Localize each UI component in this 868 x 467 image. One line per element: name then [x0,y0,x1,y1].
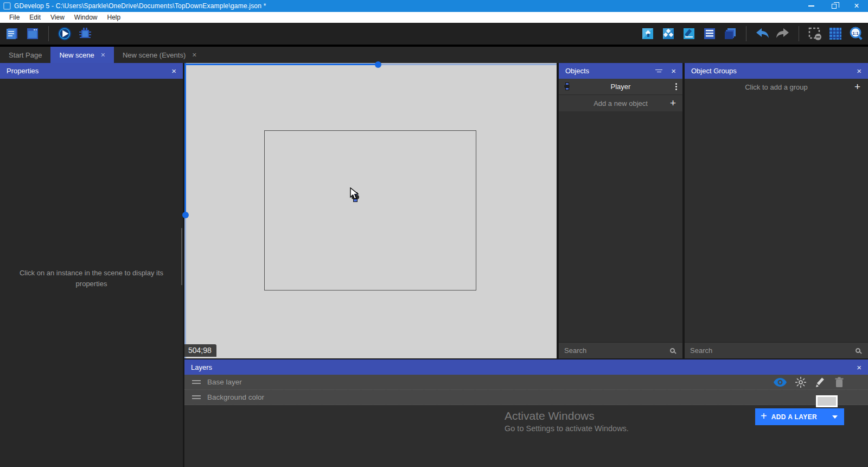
panel-title: Object Groups [691,67,737,75]
add-group-label: Click to add a group [685,83,868,91]
add-group-row[interactable]: Click to add a group + [685,79,868,95]
toolbar: 1:1 [0,23,868,47]
tab-close-icon[interactable]: × [192,51,196,59]
game-window-bounds [264,130,476,291]
filter-icon[interactable] [655,70,662,73]
window-title: GDevelop 5 - C:\Users\Sparkle\OneDrive\D… [14,2,266,10]
properties-panel-header: Properties × [0,63,183,79]
panel-title: Objects [565,67,589,75]
project-manager-icon[interactable] [4,26,20,41]
panel-title: Layers [191,363,212,371]
close-panel-icon[interactable]: × [857,363,861,372]
add-layer-dropdown[interactable] [826,408,844,425]
layers-panel: Layers × Base layer Background color [184,359,868,467]
add-object-label: Add a new object [559,99,682,108]
close-panel-icon[interactable]: × [171,66,176,75]
drag-handle-icon[interactable] [192,395,201,399]
objects-panel-icon[interactable] [640,26,655,41]
layers-panel-header: Layers × [184,359,868,375]
tab-new-scene-events[interactable]: New scene (Events) × [114,47,206,63]
tab-new-scene[interactable]: New scene × [50,47,114,63]
object-menu-icon[interactable] [675,83,677,90]
tab-close-icon[interactable]: × [101,51,105,59]
instances-list-panel-icon[interactable] [702,26,717,41]
layer-name: Background color [207,393,264,401]
svg-text:1:1: 1:1 [852,31,859,36]
mouse-cursor [349,187,361,203]
edit-layer-pencil-icon[interactable] [815,377,826,388]
tab-start-page[interactable]: Start Page [0,47,50,63]
search-icon [670,348,675,353]
toolbar-right: 1:1 [640,26,864,41]
minimize-button[interactable] [800,0,822,12]
panel-title: Properties [7,67,39,75]
properties-panel: Properties × Click on an instance in the… [0,63,183,467]
grid-icon[interactable] [828,26,843,41]
objects-search-input[interactable] [564,346,670,355]
close-panel-icon[interactable]: × [857,66,861,75]
layer-row-background-color[interactable]: Background color [184,390,868,405]
toolbar-separator [746,26,746,41]
objects-panel: Objects × Player Add a new object + [559,63,682,358]
app-logo-icon [3,2,11,10]
menu-window[interactable]: Window [69,12,103,23]
layers-panel-icon[interactable] [723,26,738,41]
menu-view[interactable]: View [46,12,69,23]
minimize-icon [808,5,814,7]
toolbar-separator [48,26,49,41]
visibility-eye-icon[interactable] [774,378,787,387]
tab-bar: Start Page New scene × New scene (Events… [0,47,868,63]
object-groups-panel: Object Groups × Click to add a group + [685,63,868,358]
play-preview-icon[interactable] [57,26,72,41]
delete-layer-trash-icon[interactable] [834,377,844,388]
close-panel-icon[interactable]: × [671,66,676,75]
tab-label: New scene [59,51,94,59]
chevron-down-icon [832,415,838,419]
layer-name: Base layer [207,378,242,386]
close-button[interactable]: × [845,0,868,12]
vertical-scroll-thumb[interactable] [182,212,189,218]
object-groups-panel-header: Object Groups × [685,63,868,79]
undo-icon[interactable] [755,26,770,41]
plus-icon: + [854,81,860,93]
restore-icon [832,4,837,9]
menu-edit[interactable]: Edit [24,12,46,23]
horizontal-scrollbar[interactable] [184,64,375,65]
plus-icon: + [670,97,676,109]
add-layer-button[interactable]: + ADD A LAYER [755,408,844,425]
horizontal-scrollbar[interactable] [375,64,557,65]
menu-help[interactable]: Help [103,12,126,23]
tab-label: Start Page [9,51,42,59]
zoom-original-icon[interactable]: 1:1 [848,26,864,41]
objects-search-bar [559,342,682,358]
properties-empty-message: Click on an instance in the scene to dis… [0,268,183,289]
properties-panel-icon[interactable] [681,26,697,41]
main-area: Properties × Click on an instance in the… [0,63,868,467]
layer-effects-icon[interactable] [795,377,806,388]
start-page-icon[interactable] [25,26,40,41]
toolbar-left [4,26,93,41]
scrollbar[interactable] [181,228,182,285]
scene-canvas[interactable]: 504;98 [184,63,557,358]
object-groups-panel-icon[interactable] [661,26,676,41]
horizontal-scroll-thumb[interactable] [375,61,381,68]
add-object-row[interactable]: Add a new object + [559,95,682,111]
gdevelop-window: GDevelop 5 - C:\Users\Sparkle\OneDrive\D… [0,0,868,467]
vertical-scrollbar[interactable] [184,63,186,215]
menu-file[interactable]: File [4,12,24,23]
layer-row-base[interactable]: Base layer [184,375,868,390]
clear-selection-icon[interactable] [807,26,822,41]
object-row-player[interactable]: Player [559,79,682,95]
redo-icon[interactable] [775,26,790,41]
background-color-swatch[interactable] [816,395,838,407]
debug-icon[interactable] [78,26,93,41]
objects-panel-header: Objects × [559,63,682,79]
drag-handle-icon[interactable] [192,380,201,384]
window-controls: × [800,0,868,12]
cursor-coordinates: 504;98 [184,344,216,357]
vertical-scrollbar[interactable] [184,215,186,358]
groups-search-input[interactable] [690,346,856,355]
add-layer-label: ADD A LAYER [771,413,817,421]
restore-button[interactable] [822,0,845,12]
toolbar-separator [799,26,799,41]
